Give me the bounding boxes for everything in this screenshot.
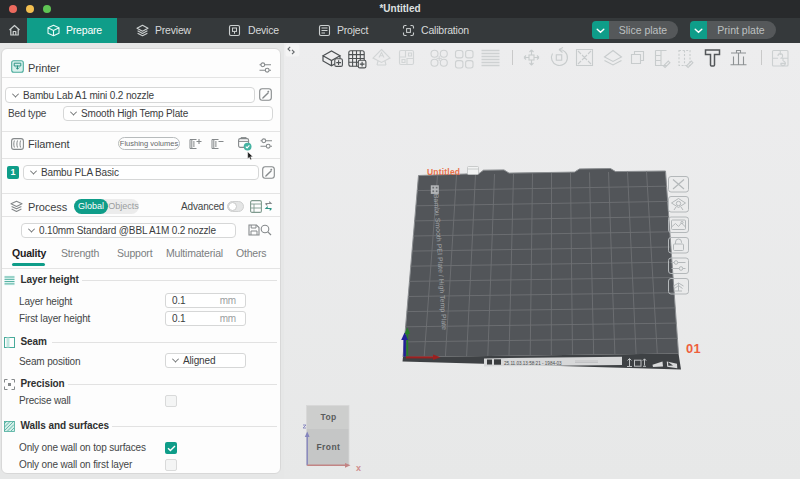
svg-text:01: 01 [686,341,701,356]
svg-text:Untitled: Untitled [427,167,460,177]
svg-text:Front: Front [317,442,341,452]
svg-text:Top: Top [321,412,337,422]
svg-text:25.11.03.13:58:21 - 1984-03: 25.11.03.13:58:21 - 1984-03 [504,361,562,366]
svg-text:x: x [356,463,361,473]
